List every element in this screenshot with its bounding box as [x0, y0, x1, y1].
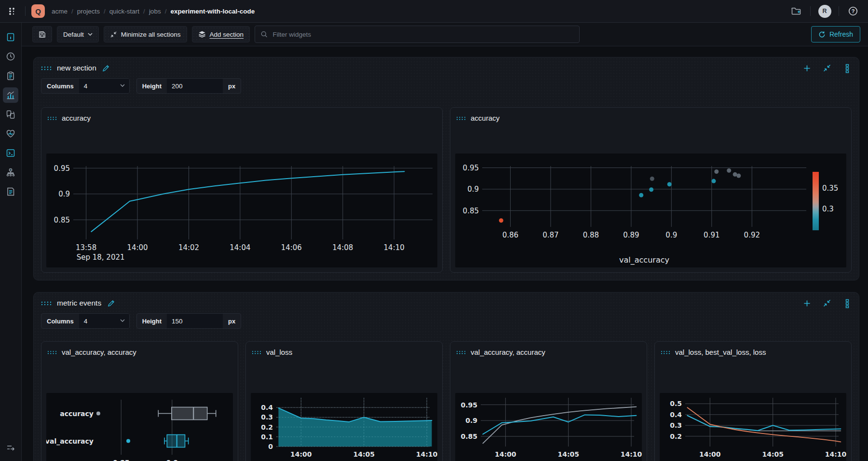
search-input[interactable] — [272, 30, 574, 39]
pencil-icon — [102, 65, 109, 72]
height-unit: px — [223, 314, 241, 328]
svg-text:0.35: 0.35 — [822, 184, 838, 193]
plus-icon — [803, 65, 811, 72]
svg-text:14:08: 14:08 — [332, 243, 353, 252]
drag-handle-icon[interactable] — [456, 350, 466, 354]
drag-handle-icon[interactable] — [252, 350, 261, 354]
columns-label: Columns — [41, 79, 79, 93]
heart-pulse-icon[interactable] — [3, 126, 18, 141]
columns-select[interactable]: 4 — [79, 314, 129, 328]
add-widget-button[interactable] — [802, 299, 811, 307]
columns-control: Columns 4 — [41, 313, 130, 329]
svg-text:0.3: 0.3 — [261, 413, 273, 421]
help-button[interactable]: ? — [845, 4, 861, 18]
add-section-button[interactable]: Add section — [192, 26, 250, 42]
svg-text:Sep 18, 2021: Sep 18, 2021 — [77, 253, 125, 262]
app-logo[interactable]: Q — [31, 4, 45, 18]
workflow-icon[interactable] — [3, 165, 18, 180]
info-card-icon[interactable] — [3, 29, 18, 45]
new-project-button[interactable] — [788, 4, 804, 18]
columns-label: Columns — [41, 314, 79, 328]
svg-text:0.88: 0.88 — [583, 231, 599, 239]
widget-card: accuracy 13:58Sep 18, 202114:0014:0214:0… — [41, 107, 443, 273]
refresh-icon — [818, 31, 826, 38]
terminal-icon[interactable] — [3, 145, 18, 161]
user-menu[interactable]: R — [816, 4, 833, 18]
svg-text:0.86: 0.86 — [502, 231, 518, 239]
breadcrumb-separator: / — [165, 8, 167, 15]
svg-text:14:04: 14:04 — [230, 243, 250, 252]
svg-text:14:05: 14:05 — [762, 450, 784, 458]
folder-plus-icon — [791, 7, 801, 15]
collapse-section-button[interactable] — [823, 64, 831, 72]
clock-icon[interactable] — [3, 49, 18, 64]
minimize-all-sections-button[interactable]: Minimize all sections — [104, 26, 187, 42]
app-root: Q acme/projects/quick-start/jobs/experim… — [0, 0, 868, 461]
view-selector-dropdown[interactable]: Default — [57, 26, 99, 42]
save-icon — [39, 31, 46, 38]
breadcrumb-item[interactable]: jobs — [149, 8, 161, 15]
minimize-icon — [110, 31, 117, 38]
dashboard-toolbar: Default Minimize all sections — [22, 23, 868, 46]
refresh-button[interactable]: Refresh — [811, 26, 860, 42]
columns-value: 4 — [84, 83, 88, 90]
drag-handle-icon[interactable] — [41, 66, 52, 70]
drag-handle-icon[interactable] — [47, 116, 57, 120]
breadcrumb-item[interactable]: projects — [77, 8, 100, 15]
svg-text:14:02: 14:02 — [178, 243, 199, 252]
notes-icon[interactable] — [3, 184, 18, 199]
waffle-dots-icon — [8, 7, 16, 15]
divider — [839, 6, 839, 16]
height-label: Height — [137, 314, 167, 328]
accuracy-box-plot[interactable]: accuracyval_accuracy0.850.9 — [46, 393, 233, 461]
columns-select[interactable]: 4 — [79, 79, 129, 93]
section-menu-button[interactable] — [843, 299, 852, 307]
svg-text:14:00: 14:00 — [127, 243, 148, 252]
widget-title: val_accuracy, accuracy — [471, 348, 545, 356]
drag-handle-icon[interactable] — [661, 350, 670, 354]
breadcrumb-item[interactable]: quick-start — [109, 8, 139, 15]
accuracy-line-chart[interactable]: 13:58Sep 18, 202114:0014:0214:0414:0614:… — [46, 154, 437, 267]
widget-card: val_accuracy, accuracy accuracyval_accur… — [41, 341, 238, 461]
loss-lines-chart[interactable]: 14:00Sep 18, 202114:0514:100.20.30.40.5 — [660, 393, 846, 461]
section-menu-button[interactable] — [843, 64, 852, 72]
section-title: new section — [57, 64, 96, 72]
filter-widgets-search[interactable] — [255, 26, 580, 43]
svg-text:0.95: 0.95 — [463, 164, 479, 172]
svg-text:14:00: 14:00 — [699, 450, 721, 458]
svg-text:0.85: 0.85 — [54, 216, 70, 224]
drag-handle-icon[interactable] — [456, 116, 466, 120]
add-widget-button[interactable] — [802, 64, 811, 72]
breadcrumb-item[interactable]: acme — [52, 8, 68, 15]
widget-card: val_loss, best_val_loss, loss 14:00Sep 1… — [654, 341, 852, 461]
widget-title: val_loss — [266, 348, 292, 356]
drag-handle-icon[interactable] — [41, 301, 52, 306]
height-input[interactable]: 150 — [167, 314, 223, 328]
edit-section-button[interactable] — [102, 64, 110, 72]
accuracy-scatter-chart[interactable]: 0.350.30.860.870.880.890.90.910.920.850.… — [455, 154, 846, 267]
plus-icon — [803, 300, 811, 307]
svg-text:0.4: 0.4 — [670, 411, 682, 419]
val-loss-area-chart[interactable]: 14:00Sep 18, 202114:0514:1000.10.20.30.4 — [251, 393, 437, 461]
svg-text:0.9: 0.9 — [58, 190, 70, 198]
widget-card: val_accuracy, accuracy 14:00Sep 18, 2021… — [450, 341, 647, 461]
bar-chart-icon[interactable] — [3, 87, 18, 103]
app-menu-icon[interactable] — [5, 4, 19, 18]
expand-sidebar-icon[interactable] — [3, 440, 18, 455]
svg-text:0.91: 0.91 — [704, 231, 719, 239]
breadcrumb-separator: / — [104, 8, 106, 15]
svg-text:13:58: 13:58 — [76, 243, 96, 252]
val-accuracy-line-chart[interactable]: 14:00Sep 18, 202114:0514:100.850.90.95 — [455, 393, 642, 461]
diff-docs-icon[interactable] — [3, 107, 18, 122]
save-view-button[interactable] — [32, 26, 52, 42]
clipboard-icon[interactable] — [3, 68, 18, 84]
svg-text:0.2: 0.2 — [261, 423, 273, 431]
svg-text:val_accuracy: val_accuracy — [619, 255, 669, 265]
collapse-section-button[interactable] — [823, 299, 831, 307]
height-input[interactable]: 200 — [167, 79, 223, 93]
svg-text:0.85: 0.85 — [113, 459, 130, 461]
add-section-label: Add section — [210, 31, 244, 38]
drag-handle-icon[interactable] — [47, 350, 57, 354]
svg-text:14:10: 14:10 — [621, 450, 642, 458]
edit-section-button[interactable] — [107, 299, 115, 307]
